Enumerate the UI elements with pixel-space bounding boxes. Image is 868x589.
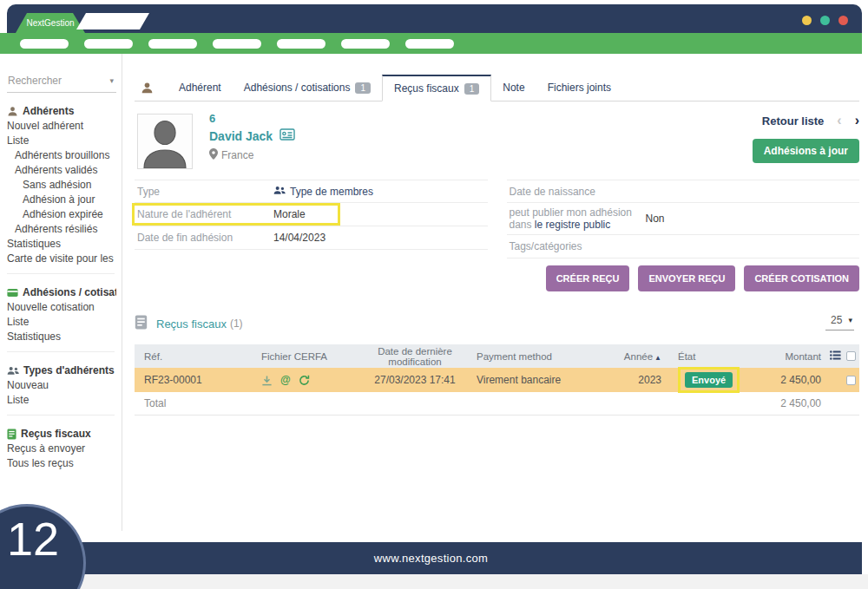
status-badge: Envoyé: [685, 372, 733, 388]
window-dot-teal[interactable]: [820, 16, 830, 25]
nav-item-placeholder[interactable]: [84, 39, 133, 49]
sidebar-item-tous-les-recus[interactable]: Tous les reçus: [7, 456, 116, 471]
tab-fichiers-joints[interactable]: Fichiers joints: [536, 75, 622, 101]
receipt-year: 2023: [621, 374, 667, 386]
nav-item-placeholder[interactable]: [405, 39, 454, 49]
membership-status-button[interactable]: Adhésions à jour: [753, 139, 859, 163]
member-id: 6: [209, 112, 295, 125]
id-card-icon[interactable]: [279, 128, 295, 143]
tab-adherent[interactable]: Adhérent: [168, 75, 233, 101]
search-placeholder: Rechercher: [8, 75, 62, 87]
nav-item-placeholder[interactable]: [341, 39, 390, 49]
detail-row-nature: Nature de l'adhérent Morale: [135, 203, 488, 226]
sidebar-item-liste-types[interactable]: Liste: [7, 393, 116, 408]
record-tabs: Adhérent Adhésions / cotisations 1 Reçus…: [135, 75, 859, 101]
ghost-tab-placeholder[interactable]: [76, 13, 149, 29]
sidebar-group-types-adherents[interactable]: Types d'adhérents: [7, 363, 116, 378]
create-receipt-button[interactable]: CRÉER REÇU: [546, 265, 630, 291]
col-cerfa[interactable]: Fichier CERFA: [261, 351, 355, 362]
total-label: Total: [135, 397, 261, 409]
member-type-link[interactable]: Type de membres: [273, 186, 373, 198]
sidebar-item-recus-a-envoyer[interactable]: Reçus à envoyer: [7, 442, 116, 456]
member-details: Type Type de membres Nature de l'adhéren…: [135, 180, 859, 259]
tab-note[interactable]: Note: [491, 75, 536, 101]
sidebar-item-liste-adherents[interactable]: Liste: [7, 134, 116, 148]
sidebar-item-nouvel-adherent[interactable]: Nouvel adhérent: [7, 119, 116, 134]
window-dot-yellow[interactable]: [802, 16, 812, 25]
bottom-strip: [0, 574, 868, 589]
sidebar-item-adherents-valides[interactable]: Adhérents validés: [7, 163, 116, 178]
col-modified[interactable]: Date de dernière modification: [355, 346, 475, 367]
window-dot-red[interactable]: [838, 16, 848, 25]
back-to-list-link[interactable]: Retour liste: [762, 115, 825, 128]
tab-count-badge: 1: [464, 83, 480, 95]
member-name: David Jack: [209, 129, 273, 143]
row-checkbox[interactable]: [846, 376, 856, 385]
col-payment[interactable]: Payment method: [475, 351, 621, 362]
sort-asc-icon: ▲: [654, 354, 661, 362]
previous-record-chevron[interactable]: ‹: [837, 114, 841, 128]
footer-url: www.nextgestion.com: [374, 552, 488, 565]
registre-public-value: Non: [646, 213, 665, 225]
detail-row-fin-adhesion: Date de fin adhésion 14/04/2023: [135, 226, 488, 250]
col-ref[interactable]: Réf.: [135, 351, 261, 362]
brand-tab[interactable]: NextGestion: [16, 13, 85, 33]
tab-count-badge: 1: [355, 82, 371, 94]
avatar: [137, 114, 193, 169]
receipt-payment: Virement bancaire: [475, 374, 621, 386]
list-view-icon[interactable]: [830, 350, 841, 362]
select-all-checkbox[interactable]: [846, 351, 856, 361]
nav-item-placeholder[interactable]: [20, 39, 69, 49]
people-icon: [7, 366, 19, 376]
receipt-icon: [7, 429, 16, 440]
card-icon: [7, 288, 18, 298]
member-header: 6 David Jack France Retour liste: [135, 112, 859, 174]
sidebar-item-nouvelle-cotisation[interactable]: Nouvelle cotisation: [7, 300, 116, 315]
sidebar-item-sans-adhesion[interactable]: Sans adhésion: [7, 178, 116, 193]
nav-item-placeholder[interactable]: [277, 39, 326, 49]
nav-item-placeholder[interactable]: [213, 39, 261, 49]
sidebar-item-adhesion-expiree[interactable]: Adhésion expirée: [7, 207, 116, 222]
tab-recus-fiscaux[interactable]: Reçus fiscaux 1: [382, 75, 491, 101]
nav-item-placeholder[interactable]: [148, 39, 197, 49]
sidebar-item-liste-cotisations[interactable]: Liste: [7, 315, 116, 330]
sidebar-group-adhesions[interactable]: Adhésions / cotisati...: [7, 285, 116, 300]
sidebar-group-recus-fiscaux[interactable]: Reçus fiscaux: [7, 426, 116, 442]
search-combobox[interactable]: Rechercher ▾: [7, 75, 116, 93]
document-icon: [135, 315, 148, 333]
total-amount: 2 450,00: [771, 397, 821, 409]
tab-adhesions-cotisations[interactable]: Adhésions / cotisations 1: [233, 75, 382, 101]
next-record-chevron[interactable]: ›: [855, 114, 859, 128]
send-receipt-button[interactable]: ENVOYER REÇU: [638, 265, 735, 291]
sidebar-item-statistiques-cotisations[interactable]: Statistiques: [7, 330, 116, 344]
member-nature-value: Morale: [273, 208, 306, 220]
brand-label: NextGestion: [26, 18, 74, 28]
col-amount[interactable]: Montant: [771, 351, 821, 362]
col-state[interactable]: État: [667, 351, 771, 362]
sidebar-item-adherents-brouillons[interactable]: Adhérents brouillons: [7, 148, 116, 163]
divider: [7, 415, 115, 416]
window-titlebar: NextGestion: [7, 4, 862, 33]
map-pin-icon: [209, 148, 218, 162]
sidebar-item-adherents-resilies[interactable]: Adhérents résiliés: [7, 222, 116, 237]
create-contribution-button[interactable]: CRÉER COTISATION: [744, 265, 859, 291]
page-size-select[interactable]: 25 ▾: [825, 314, 854, 330]
email-at-icon[interactable]: @: [280, 374, 291, 386]
download-icon[interactable]: [261, 375, 273, 386]
footer-bar: www.nextgestion.com: [0, 542, 862, 574]
sidebar-item-statistiques[interactable]: Statistiques: [7, 237, 116, 252]
sidebar-item-carte-de-visite[interactable]: Carte de visite pour les a...: [7, 252, 116, 266]
divider: [7, 351, 115, 352]
chevron-down-icon: ▾: [848, 316, 852, 324]
registre-public-text: le registre public: [535, 219, 610, 231]
sidebar-group-adherents[interactable]: Adhérents: [7, 103, 116, 119]
sidebar-item-adhesion-a-jour[interactable]: Adhésion à jour: [7, 193, 116, 207]
receipts-count: (1): [230, 317, 243, 330]
chevron-down-icon: ▾: [109, 76, 114, 85]
refresh-icon[interactable]: [299, 375, 310, 386]
receipt-row[interactable]: RF23-00001 @ 27/03/2023 17:41 Virement b…: [135, 368, 859, 392]
sidebar-item-nouveau-type[interactable]: Nouveau: [7, 378, 116, 393]
col-year-sorted[interactable]: Année▲: [621, 351, 667, 362]
annotation-highlight-box: Envoyé: [678, 367, 740, 393]
receipts-table: Réf. Fichier CERFA Date de dernière modi…: [135, 344, 859, 416]
